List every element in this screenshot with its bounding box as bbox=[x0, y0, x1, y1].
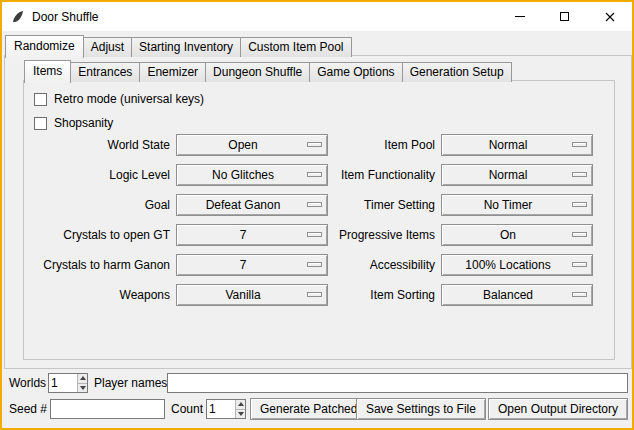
worlds-label: Worlds bbox=[9, 373, 46, 393]
goal-row: Goal Defeat Ganon bbox=[24, 194, 328, 216]
tab-game-options[interactable]: Game Options bbox=[309, 62, 402, 82]
open-output-directory-button[interactable]: Open Output Directory bbox=[488, 398, 628, 420]
checkbox-icon bbox=[34, 93, 47, 106]
dropdown-indicator-icon bbox=[572, 142, 587, 147]
worlds-input[interactable] bbox=[49, 374, 77, 392]
items-pane: Retro mode (universal keys) Shopsanity W… bbox=[23, 80, 615, 360]
spin-down-icon bbox=[80, 386, 86, 390]
crystals-open-gt-row: Crystals to open GT 7 bbox=[24, 224, 328, 246]
tab-adjust[interactable]: Adjust bbox=[83, 37, 132, 57]
close-icon bbox=[605, 12, 615, 22]
world-state-row: World State Open bbox=[24, 134, 328, 156]
maximize-icon bbox=[560, 12, 569, 21]
shopsanity-checkbox[interactable]: Shopsanity bbox=[34, 114, 113, 132]
window-controls bbox=[497, 2, 632, 31]
tab-custom-item-pool[interactable]: Custom Item Pool bbox=[240, 37, 351, 57]
spin-down-button[interactable] bbox=[236, 409, 245, 419]
tab-generation-setup[interactable]: Generation Setup bbox=[402, 62, 512, 82]
crystals-open-gt-label: Crystals to open GT bbox=[24, 228, 176, 242]
progressive-items-row: Progressive Items On bbox=[289, 224, 593, 246]
dropdown-indicator-icon bbox=[572, 292, 587, 297]
randomize-pane: Items Entrances Enemizer Dungeon Shuffle… bbox=[4, 55, 632, 369]
timer-setting-dropdown[interactable]: No Timer bbox=[441, 194, 593, 216]
dropdown-indicator-icon bbox=[572, 172, 587, 177]
accessibility-dropdown[interactable]: 100% Locations bbox=[441, 254, 593, 276]
minimize-button[interactable] bbox=[497, 2, 542, 31]
tab-dungeon-shuffle[interactable]: Dungeon Shuffle bbox=[205, 62, 310, 82]
seed-label: Seed # bbox=[9, 399, 47, 419]
maximize-button[interactable] bbox=[542, 2, 587, 31]
worlds-spinner[interactable] bbox=[48, 373, 88, 393]
app-icon bbox=[10, 9, 26, 25]
progressive-items-label: Progressive Items bbox=[289, 228, 441, 242]
count-input[interactable] bbox=[207, 400, 235, 418]
titlebar: Door Shuffle bbox=[2, 2, 632, 31]
sub-tabbar: Items Entrances Enemizer Dungeon Shuffle… bbox=[24, 60, 511, 82]
world-state-label: World State bbox=[24, 138, 176, 152]
main-tabbar: Randomize Adjust Starting Inventory Cust… bbox=[5, 35, 351, 57]
tab-starting-inventory[interactable]: Starting Inventory bbox=[131, 37, 241, 57]
item-sorting-row: Item Sorting Balanced bbox=[289, 284, 593, 306]
dropdown-indicator-icon bbox=[572, 202, 587, 207]
item-pool-label: Item Pool bbox=[289, 138, 441, 152]
weapons-label: Weapons bbox=[24, 288, 176, 302]
item-pool-dropdown[interactable]: Normal bbox=[441, 134, 593, 156]
minimize-icon bbox=[515, 16, 525, 17]
item-functionality-label: Item Functionality bbox=[289, 168, 441, 182]
window: Door Shuffle Randomize Adjust Starting I… bbox=[0, 0, 634, 430]
weapons-row: Weapons Vanilla bbox=[24, 284, 328, 306]
tab-enemizer[interactable]: Enemizer bbox=[139, 62, 206, 82]
count-label: Count bbox=[171, 399, 203, 419]
tab-entrances[interactable]: Entrances bbox=[70, 62, 140, 82]
item-sorting-label: Item Sorting bbox=[289, 288, 441, 302]
crystals-harm-ganon-label: Crystals to harm Ganon bbox=[24, 258, 176, 272]
spin-up-icon bbox=[80, 376, 86, 380]
count-spinner[interactable] bbox=[206, 399, 246, 419]
item-functionality-dropdown[interactable]: Normal bbox=[441, 164, 593, 186]
tab-items[interactable]: Items bbox=[24, 60, 71, 83]
item-functionality-row: Item Functionality Normal bbox=[289, 164, 593, 186]
tab-randomize[interactable]: Randomize bbox=[5, 35, 84, 58]
item-sorting-dropdown[interactable]: Balanced bbox=[441, 284, 593, 306]
spin-down-icon bbox=[238, 412, 244, 416]
spin-up-icon bbox=[238, 402, 244, 406]
seed-input[interactable] bbox=[50, 399, 165, 419]
player-names-label: Player names bbox=[94, 373, 167, 393]
save-settings-button[interactable]: Save Settings to File bbox=[356, 398, 486, 420]
spin-down-button[interactable] bbox=[78, 383, 87, 393]
progressive-items-dropdown[interactable]: On bbox=[441, 224, 593, 246]
dropdown-indicator-icon bbox=[572, 232, 587, 237]
spin-up-button[interactable] bbox=[78, 374, 87, 383]
retro-mode-checkbox[interactable]: Retro mode (universal keys) bbox=[34, 90, 204, 108]
accessibility-label: Accessibility bbox=[289, 258, 441, 272]
bottom-right-buttons: Save Settings to File Open Output Direct… bbox=[356, 398, 628, 420]
item-pool-row: Item Pool Normal bbox=[289, 134, 593, 156]
spin-up-button[interactable] bbox=[236, 400, 245, 409]
dropdown-indicator-icon bbox=[572, 262, 587, 267]
shopsanity-label: Shopsanity bbox=[54, 116, 113, 130]
player-names-input[interactable] bbox=[167, 373, 628, 393]
logic-level-row: Logic Level No Glitches bbox=[24, 164, 328, 186]
logic-level-label: Logic Level bbox=[24, 168, 176, 182]
timer-setting-label: Timer Setting bbox=[289, 198, 441, 212]
window-title: Door Shuffle bbox=[32, 10, 497, 24]
accessibility-row: Accessibility 100% Locations bbox=[289, 254, 593, 276]
close-button[interactable] bbox=[587, 2, 632, 31]
goal-label: Goal bbox=[24, 198, 176, 212]
checkbox-icon bbox=[34, 117, 47, 130]
crystals-harm-ganon-row: Crystals to harm Ganon 7 bbox=[24, 254, 328, 276]
timer-setting-row: Timer Setting No Timer bbox=[289, 194, 593, 216]
retro-mode-label: Retro mode (universal keys) bbox=[54, 92, 204, 106]
